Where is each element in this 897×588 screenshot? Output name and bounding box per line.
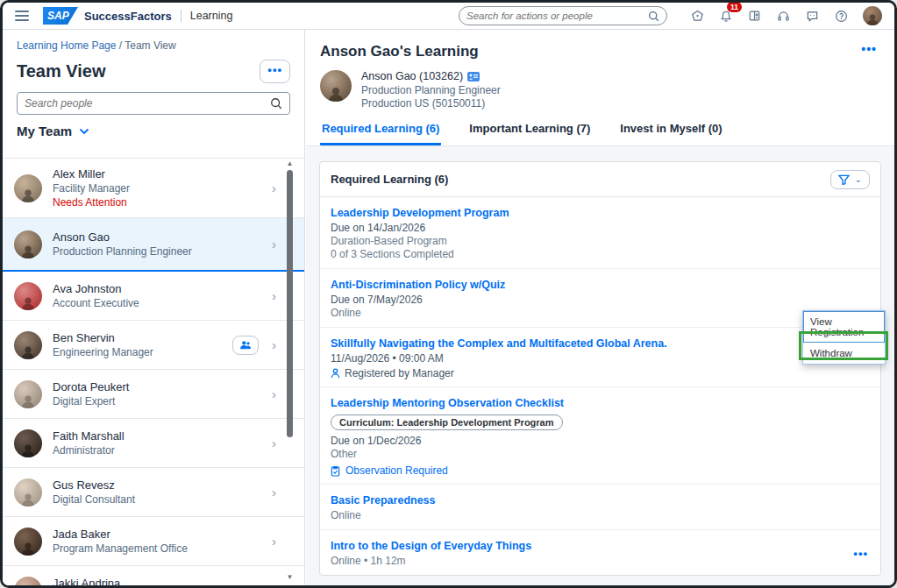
learning-item-link[interactable]: Leadership Mentoring Observation Checkli…: [331, 397, 564, 409]
item-due-date: Due on 7/May/2026: [331, 294, 845, 307]
list-item-faith-marshall[interactable]: Faith Marshall Administrator ›: [3, 419, 304, 468]
chevron-down-icon: [79, 128, 89, 135]
item-type: Online: [331, 509, 845, 522]
list-item-anson-gao[interactable]: Anson Gao Production Planning Engineer ›: [3, 218, 304, 272]
list-item-jakki-andrina[interactable]: Jakki Andrina Digital Expert ›: [3, 566, 304, 585]
avatar: [14, 331, 42, 359]
member-name: Anson Gao: [53, 230, 192, 244]
item-type-duration: Online • 1h 12m: [331, 555, 845, 568]
avatar: [14, 429, 42, 457]
people-search[interactable]: [17, 92, 290, 115]
member-role: Digital Expert: [53, 395, 129, 407]
item-schedule: 11/Aug/2026 • 09:00 AM: [331, 352, 845, 365]
observation-required-label: Observation Required: [345, 464, 448, 477]
item-due-date: Due on 14/Jan/2026: [331, 222, 845, 235]
learning-item-link[interactable]: Basic Preparedness: [331, 494, 436, 507]
chevron-right-icon: ›: [272, 534, 276, 549]
notifications-icon[interactable]: 11: [720, 10, 732, 23]
learning-item-link[interactable]: Leadership Development Program: [331, 207, 509, 219]
tab-important-learning[interactable]: Important Learning (7): [467, 122, 592, 145]
filter-button[interactable]: ⌄: [830, 170, 870, 189]
avatar: [14, 577, 42, 586]
learning-item: Anti-Discrimination Policy w/Quiz Due on…: [320, 269, 880, 328]
status-badge: Needs Attention: [53, 196, 130, 209]
list-item-dorota-peukert[interactable]: Dorota Peukert Digital Expert ›: [3, 370, 304, 419]
list-item-gus-revesz[interactable]: Gus Revesz Digital Consultant ›: [3, 468, 304, 517]
member-role: Program Management Office: [53, 542, 188, 555]
tab-required-learning[interactable]: Required Learning (6): [320, 122, 441, 145]
required-learning-card: Required Learning (6) ⌄ Leadership Devel…: [319, 161, 881, 576]
card-title: Required Learning (6): [331, 173, 448, 186]
menu-item-view-registration[interactable]: View Registration: [803, 311, 885, 343]
scrollbar-thumb[interactable]: [287, 170, 293, 437]
member-role: Facility Manager: [53, 182, 130, 195]
filter-icon: [838, 174, 850, 185]
tab-invest-in-myself[interactable]: Invest in Myself (0): [618, 122, 723, 145]
rewards-icon[interactable]: [691, 10, 704, 23]
directory-icon[interactable]: [748, 10, 761, 22]
chevron-right-icon: ›: [272, 583, 276, 585]
page-title: Anson Gao's Learning: [320, 43, 479, 60]
avatar: [14, 230, 42, 259]
member-name: Jakki Andrina: [53, 577, 120, 585]
app-window: SAP SuccessFactors Learning 11: [0, 0, 897, 588]
list-item-ben-shervin[interactable]: Ben Shervin Engineering Manager ›: [3, 321, 304, 370]
top-header: SAP SuccessFactors Learning 11: [3, 3, 894, 30]
scroll-down-arrow[interactable]: ▼: [286, 573, 294, 582]
list-item-ava-johnston[interactable]: Ava Johnston Account Executive ›: [3, 272, 304, 321]
people-search-input[interactable]: [25, 97, 270, 110]
sap-logo[interactable]: SAP: [43, 7, 78, 25]
global-search[interactable]: [459, 6, 667, 25]
chevron-right-icon: ›: [272, 288, 276, 303]
employee-card-icon[interactable]: [467, 72, 480, 81]
learning-item-link[interactable]: Anti-Discrimination Policy w/Quiz: [331, 279, 505, 291]
employee-name-id: Anson Gao (103262): [361, 70, 463, 82]
view-team-button[interactable]: [232, 336, 259, 355]
item-progress: 0 of 3 Sections Completed: [331, 248, 845, 261]
learning-item: Intro to the Design of Everyday Things O…: [320, 530, 880, 575]
avatar: [14, 174, 42, 202]
employee-profile: Anson Gao (103262) Production Planning E…: [320, 70, 880, 110]
avatar: [320, 70, 352, 102]
learning-panel: Anson Gao's Learning ••• Anson Gao (1032…: [306, 30, 894, 585]
my-team-toggle[interactable]: My Team: [17, 124, 290, 146]
feedback-icon[interactable]: [806, 10, 819, 23]
chevron-right-icon: ›: [272, 436, 276, 450]
avatar: [14, 528, 42, 556]
avatar: [14, 478, 42, 507]
search-icon[interactable]: [270, 97, 282, 110]
help-icon[interactable]: [835, 10, 848, 23]
learning-item: Leadership Mentoring Observation Checkli…: [320, 387, 880, 485]
my-team-label: My Team: [17, 124, 72, 138]
list-item-jada-baker[interactable]: Jada Baker Program Management Office ›: [3, 517, 304, 566]
menu-item-withdraw[interactable]: Withdraw: [803, 343, 885, 364]
list-item-alex-miller[interactable]: Alex Miller Facility Manager Needs Atten…: [3, 159, 304, 218]
learning-item: Basic Preparedness Online: [320, 485, 880, 530]
member-role: Account Executive: [53, 297, 139, 309]
scroll-up-arrow[interactable]: ▲: [286, 159, 294, 168]
learning-item-link[interactable]: Intro to the Design of Everyday Things: [331, 540, 531, 552]
employee-org: Production US (50150011): [361, 97, 501, 110]
user-avatar[interactable]: [863, 6, 882, 25]
avatar: [14, 282, 42, 310]
chevron-down-icon: ⌄: [855, 174, 862, 184]
member-name: Dorota Peukert: [53, 380, 129, 393]
member-name: Faith Marshall: [53, 429, 125, 443]
member-name: Alex Miller: [53, 167, 130, 181]
team-view-overflow-button[interactable]: •••: [260, 60, 290, 83]
sidebar-scrollbar[interactable]: ▲ ▼: [286, 159, 294, 582]
sap-logo-text: SAP: [47, 10, 69, 22]
breadcrumb-link-home[interactable]: Learning Home Page: [17, 39, 116, 52]
item-overflow-button[interactable]: •••: [853, 546, 868, 559]
person-icon: [331, 368, 340, 379]
search-icon[interactable]: [648, 11, 659, 22]
member-name: Gus Revesz: [53, 478, 135, 492]
menu-icon[interactable]: [15, 8, 29, 24]
member-role: Digital Consultant: [53, 493, 135, 506]
global-search-input[interactable]: [466, 11, 648, 21]
learning-overflow-button[interactable]: •••: [858, 43, 880, 55]
team-sidebar: Learning Home Page / Team View Team View…: [3, 30, 305, 585]
support-icon[interactable]: [777, 10, 790, 23]
observation-icon: [331, 465, 340, 477]
learning-item-link[interactable]: Skillfully Navigating the Complex and Mu…: [331, 337, 667, 350]
